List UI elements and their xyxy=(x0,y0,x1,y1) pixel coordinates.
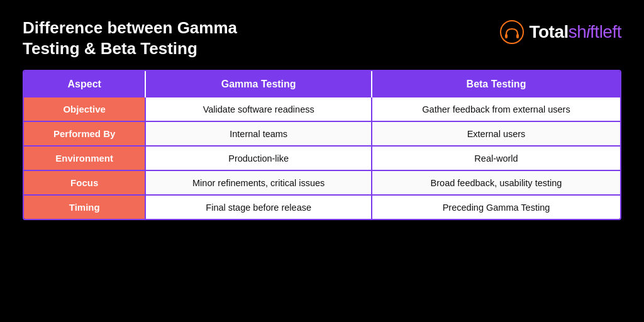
col-beta: Beta Testing xyxy=(372,71,620,97)
cell-gamma: Minor refinements, critical issues xyxy=(145,170,372,195)
comparison-table: Aspect Gamma Testing Beta Testing Object… xyxy=(24,71,620,219)
table-row: ObjectiveValidate software readinessGath… xyxy=(24,97,620,121)
cell-gamma: Internal teams xyxy=(145,121,372,146)
logo: Totalshiftleft xyxy=(500,20,621,44)
cell-aspect: Objective xyxy=(24,97,145,121)
cell-beta: External users xyxy=(372,121,620,146)
table-header-row: Aspect Gamma Testing Beta Testing xyxy=(24,71,620,97)
cell-aspect: Timing xyxy=(24,195,145,219)
comparison-table-wrapper: Aspect Gamma Testing Beta Testing Object… xyxy=(23,70,621,220)
col-gamma: Gamma Testing xyxy=(145,71,372,97)
cell-beta: Preceding Gamma Testing xyxy=(372,195,620,219)
cell-aspect: Focus xyxy=(24,170,145,195)
cell-aspect: Environment xyxy=(24,146,145,170)
table-row: TimingFinal stage before releasePrecedin… xyxy=(24,195,620,219)
cell-beta: Gather feedback from external users xyxy=(372,97,620,121)
table-row: EnvironmentProduction-likeReal-world xyxy=(24,146,620,170)
svg-rect-2 xyxy=(516,34,519,38)
cell-gamma: Production-like xyxy=(145,146,372,170)
cell-aspect: Performed By xyxy=(24,121,145,146)
col-aspect: Aspect xyxy=(24,71,145,97)
svg-point-0 xyxy=(501,21,523,43)
cell-beta: Real-world xyxy=(372,146,620,170)
cell-beta: Broad feedback, usability testing xyxy=(372,170,620,195)
logo-text: Totalshiftleft xyxy=(529,22,621,42)
top-section: Difference between Gamma Testing & Beta … xyxy=(23,18,621,58)
headphones-icon xyxy=(500,20,524,44)
cell-gamma: Final stage before release xyxy=(145,195,372,219)
page-title: Difference between Gamma Testing & Beta … xyxy=(23,18,237,58)
table-row: Performed ByInternal teamsExternal users xyxy=(24,121,620,146)
table-row: FocusMinor refinements, critical issuesB… xyxy=(24,170,620,195)
svg-rect-1 xyxy=(505,34,508,38)
cell-gamma: Validate software readiness xyxy=(145,97,372,121)
